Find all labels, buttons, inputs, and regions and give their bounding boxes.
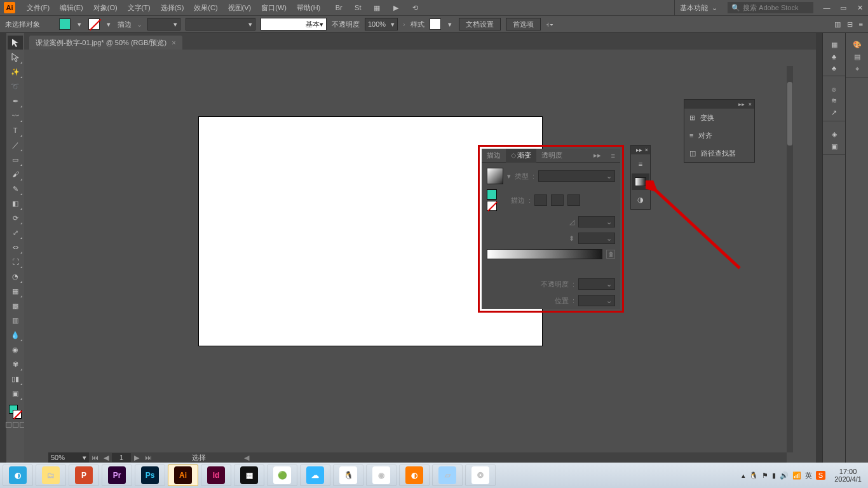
line-tool[interactable]: ／ — [8, 138, 23, 152]
last-page-button[interactable]: ⏭ — [142, 452, 154, 463]
fill-dropdown[interactable]: ▾ — [76, 20, 83, 29]
panel-align[interactable]: ≡对齐 — [684, 126, 754, 144]
menu-file[interactable]: 文件(F) — [22, 3, 55, 13]
fill-swatch[interactable] — [59, 18, 71, 30]
pencil-tool[interactable]: ✎ — [8, 182, 23, 196]
align-icon[interactable]: ⫞▾ — [546, 20, 553, 28]
taskbar-powerpoint[interactable]: P — [69, 464, 99, 486]
close-tab-icon[interactable]: × — [172, 39, 175, 46]
symbol-sprayer-tool[interactable]: ✾ — [8, 357, 23, 371]
free-transform-tool[interactable]: ⛶ — [8, 255, 23, 269]
gradient-type-dropdown[interactable]: ⌄ — [538, 170, 615, 182]
menu-effect[interactable]: 效果(C) — [189, 3, 222, 13]
transform-icon[interactable]: ⊟ — [847, 20, 853, 29]
document-tab[interactable]: 课堂案例-数字-01.jpg* @ 50% (RGB/预览) × — [29, 36, 182, 50]
type-tool[interactable]: T — [8, 123, 23, 137]
artboard-tool[interactable]: ▣ — [8, 386, 23, 400]
gradient-ramp[interactable] — [487, 249, 602, 259]
fill-stroke-control[interactable] — [8, 403, 23, 420]
swatches-icon[interactable]: ♣ — [832, 64, 836, 72]
taskbar-sogou[interactable]: ❂ — [465, 464, 496, 486]
stop-position-input[interactable]: ⌄ — [578, 295, 615, 306]
window-minimize[interactable]: — — [818, 0, 835, 15]
window-close[interactable]: ✕ — [851, 0, 868, 15]
brushes-icon[interactable]: ≋ — [831, 97, 837, 105]
gpu-icon[interactable]: ▶ — [390, 3, 402, 12]
tab-transparency[interactable]: 透明度 — [536, 149, 567, 163]
vertical-scrollbar[interactable] — [787, 66, 793, 452]
tray-qq-icon[interactable]: 🐧 — [749, 471, 758, 480]
close-icon[interactable]: × — [645, 147, 648, 153]
direct-selection-tool[interactable] — [8, 50, 23, 64]
bridge-icon[interactable]: Br — [333, 3, 344, 12]
stroke-mode-3[interactable] — [567, 194, 580, 206]
taskbar-notes[interactable]: ▱ — [432, 464, 463, 486]
collapse-icon[interactable]: ▸▸ — [738, 101, 745, 107]
perspective-grid-tool[interactable]: ▦ — [8, 284, 23, 298]
tray-sogou-icon[interactable]: S — [816, 471, 825, 480]
mesh-tool[interactable]: ▩ — [8, 299, 23, 313]
taskbar-chrome[interactable]: ◉ — [366, 464, 397, 486]
menu-select[interactable]: 选择(S) — [156, 3, 189, 13]
scrollbar-thumb[interactable] — [787, 82, 792, 146]
rotate-tool[interactable]: ⟳ — [8, 211, 23, 225]
paintbrush-tool[interactable]: 🖌 — [8, 167, 23, 181]
artboards-icon[interactable]: ▣ — [831, 142, 837, 151]
search-stock-input[interactable]: 🔍 搜索 Adobe Stock — [728, 2, 813, 13]
hscroll-start-icon[interactable]: ◀ — [244, 454, 249, 462]
angle-input[interactable]: ⌄ — [578, 216, 615, 227]
draw-modes[interactable] — [6, 422, 25, 428]
stop-opacity-input[interactable]: ⌄ — [578, 278, 615, 290]
tray-ime-icon[interactable]: 英 — [805, 471, 812, 480]
shape-builder-tool[interactable]: ◔ — [8, 269, 23, 283]
eyedropper-tool[interactable]: 💧 — [8, 328, 23, 342]
transparency-panel-button[interactable]: ◑ — [632, 191, 649, 208]
properties-icon[interactable]: 🎨 — [853, 41, 862, 49]
lasso-tool[interactable]: ➰ — [8, 79, 23, 93]
tab-gradient[interactable]: ◇渐变 — [506, 149, 536, 163]
workspace-switcher[interactable]: 基本功能 ⌄ — [674, 0, 722, 15]
taskbar-qq[interactable]: 🐧 — [333, 464, 363, 486]
tab-stroke[interactable]: 描边 — [482, 149, 506, 163]
close-icon[interactable]: × — [749, 101, 752, 107]
mini-fill-swatch[interactable] — [487, 189, 497, 200]
menu-edit[interactable]: 编辑(E) — [55, 3, 88, 13]
menu-help[interactable]: 帮助(H) — [292, 3, 325, 13]
taskbar-indesign[interactable]: Id — [201, 464, 231, 486]
tray-clock[interactable]: 17:00 2020/4/1 — [834, 468, 862, 483]
gradient-panel-button[interactable] — [632, 173, 649, 190]
scale-tool[interactable]: ⤢ — [8, 226, 23, 240]
taskbar-illustrator[interactable]: Ai — [168, 464, 198, 486]
panel-expand-icon[interactable]: ▸▸ — [588, 149, 606, 163]
stroke-mode-2[interactable] — [551, 194, 564, 206]
stock-icon[interactable]: St — [352, 3, 363, 12]
gradient-tool[interactable]: ▥ — [8, 313, 23, 327]
right-gutter[interactable] — [816, 33, 822, 463]
magic-wand-tool[interactable]: ✨ — [8, 65, 23, 79]
panel-pathfinder[interactable]: ◫路径查找器 — [684, 144, 754, 162]
selection-tool[interactable] — [8, 36, 23, 50]
asset-icon[interactable]: ▤ — [854, 53, 860, 61]
collapse-icon[interactable]: ▸▸ — [636, 147, 642, 153]
aspect-input[interactable]: ⌄ — [578, 233, 615, 244]
arrange-icon[interactable]: ▦ — [371, 3, 383, 12]
taskbar-app[interactable]: ◐ — [3, 464, 33, 486]
left-gutter[interactable] — [0, 33, 6, 463]
next-page-button[interactable]: ▶ — [131, 452, 142, 463]
stroke-mode-1[interactable] — [534, 194, 547, 206]
tray-volume-icon[interactable]: 🔊 — [780, 471, 789, 480]
prev-page-button[interactable]: ◀ — [100, 452, 112, 463]
stroke-swatch[interactable] — [88, 18, 100, 30]
tray-battery-icon[interactable]: ▮ — [772, 471, 776, 480]
page-input[interactable]: 1 — [112, 453, 131, 462]
panel-transform[interactable]: ⊞变换 — [684, 109, 754, 126]
menu-object[interactable]: 对象(O) — [88, 3, 123, 13]
curvature-tool[interactable]: 〰 — [8, 109, 23, 123]
snap-icon[interactable]: ▥ — [834, 20, 841, 29]
color-guide-icon[interactable]: ♣ — [832, 53, 836, 60]
sync-icon[interactable]: ⟲ — [409, 3, 421, 12]
stroke-dropdown[interactable]: ▾ — [105, 20, 112, 29]
delete-stop-icon[interactable]: 🗑 — [606, 250, 615, 259]
stroke-panel-button[interactable]: ≡ — [632, 156, 649, 172]
preferences-button[interactable]: 首选项 — [506, 18, 541, 30]
